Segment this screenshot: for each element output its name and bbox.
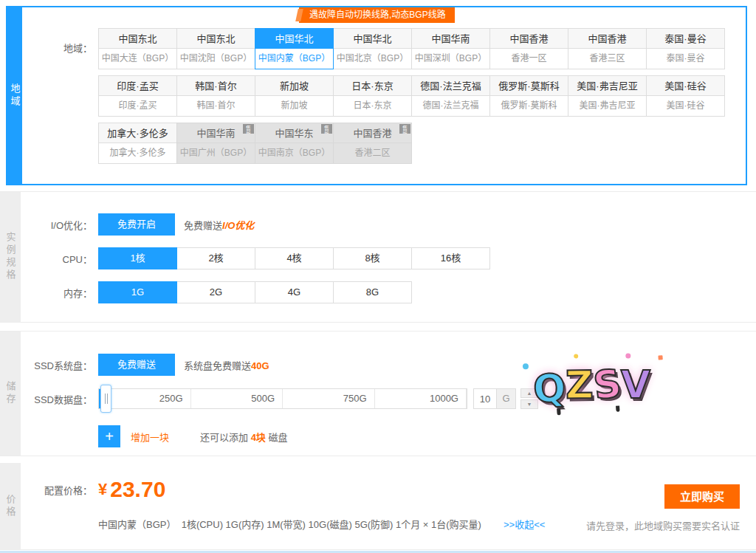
region-option-neimeng-selected[interactable]: 中国华北 中国内蒙（BGP） <box>255 28 334 69</box>
collapse-link[interactable]: >>收起<< <box>504 517 545 531</box>
slider-tick-1000g: 1000G <box>375 389 467 408</box>
memory-option-1g[interactable]: 1G <box>98 281 177 303</box>
region-option-toronto[interactable]: 加拿大·多伦多 加拿大·多伦多 <box>98 123 177 164</box>
io-enable-button[interactable]: 免费开启 <box>98 213 175 236</box>
cpu-option-1[interactable]: 1核 <box>98 247 177 269</box>
region-option-singapore[interactable]: 新加坡 新加坡 <box>255 75 334 117</box>
cpu-options: 1核 2核 4核 8核 16核 <box>98 247 490 269</box>
region-option-moscow[interactable]: 俄罗斯·莫斯科 俄罗斯·莫斯科 <box>489 75 568 117</box>
system-disk-label: SSD系统盘： <box>21 358 92 372</box>
region-option-beijing[interactable]: 中国华北 中国北京（BGP） <box>333 28 412 69</box>
region-label: 地域： <box>22 28 92 69</box>
tab-price[interactable]: 价格 <box>0 463 21 549</box>
region-option-seoul[interactable]: 韩国·首尔 韩国·首尔 <box>176 75 255 117</box>
data-disk-label: SSD数据盘： <box>21 392 92 406</box>
section-price: 价格 配置价格： ¥ 23.70 中国内蒙（BGP） 1核(CPU) 1G(内存… <box>0 463 756 550</box>
slider-handle[interactable] <box>100 385 111 413</box>
buy-now-button[interactable]: 立即购买 <box>664 484 740 509</box>
watermark-dot <box>658 355 662 360</box>
login-required-note: 请先登录，此地域购买需要实名认证 <box>586 518 740 532</box>
tab-storage-label: 储存 <box>4 381 18 406</box>
io-label: I/O优化： <box>21 218 92 232</box>
tab-price-label: 价格 <box>4 494 18 519</box>
soldout-badge: 售罄 <box>243 124 254 134</box>
slider-tick-500g: 500G <box>191 389 284 408</box>
region-option-frankfurt[interactable]: 德国·法兰克福 德国·法兰克福 <box>411 75 490 117</box>
add-disk-note-highlight: 4块 <box>251 432 266 443</box>
io-note: 免费赠送I/O优化 <box>184 218 254 232</box>
add-disk-note: 还可以添加 4块 磁盘 <box>200 430 287 444</box>
slider-tick-250g: 250G <box>99 389 191 408</box>
cpu-option-4[interactable]: 4核 <box>255 247 334 269</box>
cpu-option-2[interactable]: 2核 <box>176 247 255 269</box>
banner-ribbon: 遇故障自动切换线路,动态BGP线路 <box>299 7 455 23</box>
banner-text: 遇故障自动切换线路,动态BGP线路 <box>309 10 446 20</box>
system-disk-note-highlight: 40G <box>251 360 269 371</box>
region-option-virginia[interactable]: 美国·弗吉尼亚 美国·弗吉尼亚 <box>568 75 647 117</box>
region-option-bangkok[interactable]: 泰国·曼谷 泰国·曼谷 <box>646 28 725 69</box>
data-disk-slider[interactable]: 250G 500G 750G 1000G <box>98 388 467 409</box>
memory-option-4g[interactable]: 4G <box>255 281 334 303</box>
watermark-dot <box>616 405 620 411</box>
soldout-badge: 售罄 <box>399 124 410 134</box>
region-option-hongkong-1[interactable]: 中国香港 香港一区 <box>489 28 568 69</box>
region-option-shenyang[interactable]: 中国东北 中国沈阳（BGP） <box>176 28 255 69</box>
region-grid-row-2: 印度·孟买 印度·孟买 韩国·首尔 韩国·首尔 新加坡 新加坡 日本·东京 <box>98 75 725 117</box>
watermark-letter: S <box>591 360 623 408</box>
memory-option-8g[interactable]: 8G <box>333 281 412 303</box>
add-disk-button[interactable]: + <box>98 425 120 447</box>
region-option-shenzhen[interactable]: 中国华南 中国深圳（BGP） <box>411 28 490 69</box>
price-currency: ¥ <box>98 480 107 499</box>
tab-instance-spec-label: 实例规格 <box>4 232 18 282</box>
region-option-siliconvalley[interactable]: 美国·硅谷 美国·硅谷 <box>646 75 725 117</box>
data-disk-unit: G <box>497 388 516 409</box>
price-amount: 23.70 <box>110 477 165 502</box>
watermark-letter: V <box>621 363 650 407</box>
region-option-guangzhou-soldout: 中国华南 中国广州（BGP） 售罄 <box>176 123 255 164</box>
cpu-option-16[interactable]: 16核 <box>411 247 490 269</box>
region-option-tokyo[interactable]: 日本·东京 日本·东京 <box>333 75 412 117</box>
region-option-nanjing-soldout: 中国华东 中国南京（BGP） 售罄 <box>255 123 334 164</box>
system-disk-note: 系统盘免费赠送40G <box>184 358 269 372</box>
cpu-label: CPU： <box>21 252 92 266</box>
section-instance-spec: 实例规格 I/O优化： 免费开启 免费赠送I/O优化 CPU： 1核 2核 4核 <box>0 191 756 323</box>
region-option-mumbai[interactable]: 印度·孟买 印度·孟买 <box>98 75 177 117</box>
io-note-highlight: I/O优化 <box>222 220 254 231</box>
slider-tick-750g: 750G <box>283 389 375 408</box>
server-config-page: 遇故障自动切换线路,动态BGP线路 地域 地域： 中国东北 中国大连（BGP） … <box>0 0 756 553</box>
region-option-dalian[interactable]: 中国东北 中国大连（BGP） <box>98 28 177 69</box>
cpu-option-8[interactable]: 8核 <box>333 247 412 269</box>
region-grid-row-1: 中国东北 中国大连（BGP） 中国东北 中国沈阳（BGP） 中国华北 中国内蒙（… <box>98 28 725 69</box>
watermark-letter: Q <box>532 365 567 412</box>
region-grid-row-3: 加拿大·多伦多 加拿大·多伦多 中国华南 中国广州（BGP） 售罄 中国华东 中… <box>98 123 412 164</box>
tab-storage[interactable]: 储存 <box>0 332 21 456</box>
region-option-hongkong-3[interactable]: 中国香港 香港三区 <box>568 28 647 69</box>
plus-icon: + <box>105 428 114 444</box>
section-region: 地域 地域： 中国东北 中国大连（BGP） 中国东北 中国沈阳（BGP） <box>6 6 747 185</box>
memory-options: 1G 2G 4G 8G <box>98 281 412 303</box>
tab-instance-spec[interactable]: 实例规格 <box>0 192 21 322</box>
region-option-hongkong-2-soldout: 中国香港 香港二区 售罄 <box>333 123 412 164</box>
memory-option-2g[interactable]: 2G <box>176 281 255 303</box>
qzsv-watermark: QZSV <box>532 360 652 412</box>
soldout-badge: 售罄 <box>321 124 332 134</box>
watermark-letter: Z <box>566 363 594 408</box>
system-disk-free-button[interactable]: 免费赠送 <box>98 354 175 376</box>
watermark-dot <box>557 408 561 415</box>
add-disk-link[interactable]: 增加一块 <box>131 430 169 444</box>
tab-region-label: 地域 <box>8 83 22 109</box>
memory-label: 内存： <box>21 286 92 300</box>
price-label: 配置价格： <box>21 483 92 497</box>
tab-region[interactable]: 地域 <box>7 7 22 184</box>
data-disk-size-input[interactable] <box>473 388 497 409</box>
config-summary: 中国内蒙（BGP） 1核(CPU) 1G(内存) 1M(带宽) 10G(磁盘) … <box>98 517 481 531</box>
